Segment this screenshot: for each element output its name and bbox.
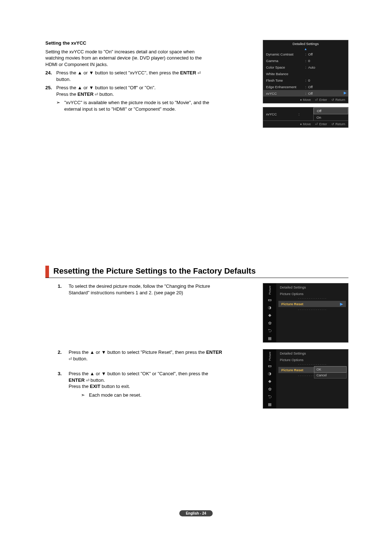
note-text: Each mode can be reset. [89, 392, 142, 398]
step-number: 3. [58, 371, 69, 390]
step-1: 1. To select the desired picture mode, f… [58, 283, 225, 296]
step-number: 2. [58, 349, 69, 362]
reset-confirm-popup: OK Cancel [314, 366, 347, 379]
osd-row-label: Gamma [266, 59, 305, 63]
submenu-label: xvYCC : [263, 107, 313, 120]
osd-xvycc-submenu: xvYCC : Off On [263, 107, 348, 121]
step3-exit-a: Press the [69, 384, 90, 389]
move-label: Move [303, 98, 311, 102]
enter-label: ENTER [78, 91, 94, 97]
note-arrow-icon: ➣ [81, 392, 89, 398]
step-25: 25. Press the ▲ or ▼ button to select "O… [45, 85, 212, 97]
osd-row: Gamma:0 [263, 57, 348, 64]
app-icon[interactable]: ▦ [266, 401, 273, 408]
osd-row: Dynamic Contrast:Off [263, 51, 348, 57]
enter-label: Enter [319, 122, 327, 126]
input-icon[interactable]: ⮌ [266, 328, 273, 334]
picture-icon[interactable]: ▭ [266, 363, 273, 369]
sidebar-category-label: Picture [268, 352, 271, 361]
dots-divider: · · · · · · · · · · · · · · · · [276, 296, 348, 300]
step1-text: To select the desired picture mode, foll… [69, 283, 225, 296]
section1-heading: Setting the xvYCC [45, 40, 212, 46]
chevron-right-icon: ▶ [340, 302, 343, 306]
step3-exit-c: button to exit. [100, 384, 130, 389]
option-off[interactable]: Off [314, 107, 348, 114]
osd-row-value: 0 [308, 59, 345, 63]
step-25-text: Press the ▲ or ▼ button to select "Off" … [56, 85, 156, 97]
step24-part-a: Press the ▲ or ▼ button to select "xvYCC… [56, 70, 180, 75]
return-label: Return [335, 98, 345, 102]
breadcrumb-2: Picture Options [276, 290, 348, 296]
move-hint: ♦ Move [300, 122, 311, 126]
setup-icon[interactable]: ✿ [266, 320, 273, 326]
breadcrumb-2: Picture Options [276, 356, 348, 363]
input-icon[interactable]: ⮌ [266, 394, 273, 400]
picture-icon[interactable]: ▭ [266, 297, 273, 303]
osd-row: Edge Enhancement:Off [263, 83, 348, 90]
step-24-text: Press the ▲ or ▼ button to select "xvYCC… [56, 70, 212, 82]
option-ok[interactable]: OK [314, 366, 347, 373]
osd-row-value: Off [308, 85, 345, 89]
app-icon[interactable]: ▦ [266, 335, 273, 341]
osd-title: Detailed Settings [263, 40, 348, 47]
osd-xvycc-submenu-wrap: xvYCC : Off On ♦ Move ⏎ Enter ↺ Return [263, 107, 348, 128]
osd-row-selected[interactable]: xvYCC:Off▶ [263, 90, 348, 97]
option-on[interactable]: On [314, 114, 348, 120]
note-arrow-icon: ➣ [56, 99, 64, 112]
step-number: 25. [45, 85, 56, 97]
breadcrumb-1: Detailed Settings [276, 283, 348, 290]
step25-d: button. [98, 91, 114, 97]
step2-c: button. [72, 356, 87, 361]
dots-divider: · · · · · · · · · · · · · · · · [276, 308, 348, 311]
enter-hint: ⏎ Enter [315, 98, 327, 102]
enter-hint: ⏎ Enter [315, 122, 327, 126]
step-number: 1. [58, 283, 69, 296]
sound-icon[interactable]: ◑ [266, 304, 273, 311]
option-cancel[interactable]: Cancel [314, 372, 346, 378]
picture-reset-label: Picture Reset [281, 302, 303, 306]
step-2: 2. Press the ▲ or ▼ button to select "Pi… [58, 349, 225, 362]
section1-intro: Setting the xvYCC mode to "On" increases… [45, 49, 212, 68]
osd-picture-menu-b: Picture ▭ ◑ ◆ ✿ ⮌ ▦ Detailed Settings Pi… [263, 349, 348, 409]
osd-row-value: Auto [308, 65, 345, 69]
channel-icon[interactable]: ◆ [266, 312, 273, 318]
step2-a: Press the ▲ or ▼ button to select "Pictu… [69, 349, 206, 355]
step25-line2: Press the ENTER ⏎ button. [56, 91, 156, 98]
osd-footer: ♦ Move ⏎ Enter ↺ Return [263, 97, 348, 103]
step3-text: Press the ▲ or ▼ button to select "OK" o… [69, 371, 225, 390]
breadcrumb-1: Detailed Settings [276, 349, 348, 356]
osd-row: Color Space:Auto [263, 64, 348, 70]
osd-row-label: Edge Enhancement [266, 85, 305, 89]
step3-a: Press the ▲ or ▼ button to select "OK" o… [69, 371, 208, 376]
channel-icon[interactable]: ◆ [266, 378, 273, 384]
step-3: 3. Press the ▲ or ▼ button to select "OK… [58, 371, 225, 390]
return-label: Return [335, 122, 345, 126]
osd-row: White Balance [263, 70, 348, 77]
osd-row-label: xvYCC [266, 91, 305, 95]
page-number: English - 24 [179, 510, 213, 516]
osd-row-label: White Balance [266, 72, 305, 76]
section2-title-bar: Resetting the Picture Settings to the Fa… [45, 266, 348, 278]
sound-icon[interactable]: ◑ [266, 371, 273, 377]
sidebar-category-label: Picture [268, 286, 271, 295]
step24-part-c: button. [56, 77, 71, 82]
step25-line1: Press the ▲ or ▼ button to select "Off" … [56, 85, 156, 91]
picture-reset-item[interactable]: Picture Reset ▶ [278, 301, 346, 307]
setup-icon[interactable]: ✿ [266, 386, 273, 392]
picture-reset-label: Picture Reset [281, 368, 303, 372]
move-label: Move [303, 122, 311, 126]
step-number: 24. [45, 70, 56, 82]
enter-label: Enter [319, 98, 327, 102]
return-hint: ↺ Return [331, 122, 345, 126]
scroll-up-icon: ▲ [263, 47, 348, 51]
osd-sidebar: Picture ▭ ◑ ◆ ✿ ⮌ ▦ [263, 283, 276, 342]
osd-row-value: Off [308, 52, 345, 56]
osd-detailed-settings: Detailed Settings ▲ Dynamic Contrast:Off… [263, 40, 348, 103]
return-hint: ↺ Return [331, 98, 345, 102]
enter-label: ENTER [180, 70, 196, 75]
osd-picture-menu-a: Picture ▭ ◑ ◆ ✿ ⮌ ▦ Detailed Settings Pi… [263, 283, 348, 343]
xvycc-note: ➣ "xvYCC" is available when the picture … [56, 99, 212, 112]
step25-b: Press the [56, 91, 78, 97]
step-24: 24. Press the ▲ or ▼ button to select "x… [45, 70, 212, 82]
note-text: "xvYCC" is available when the picture mo… [64, 99, 212, 112]
